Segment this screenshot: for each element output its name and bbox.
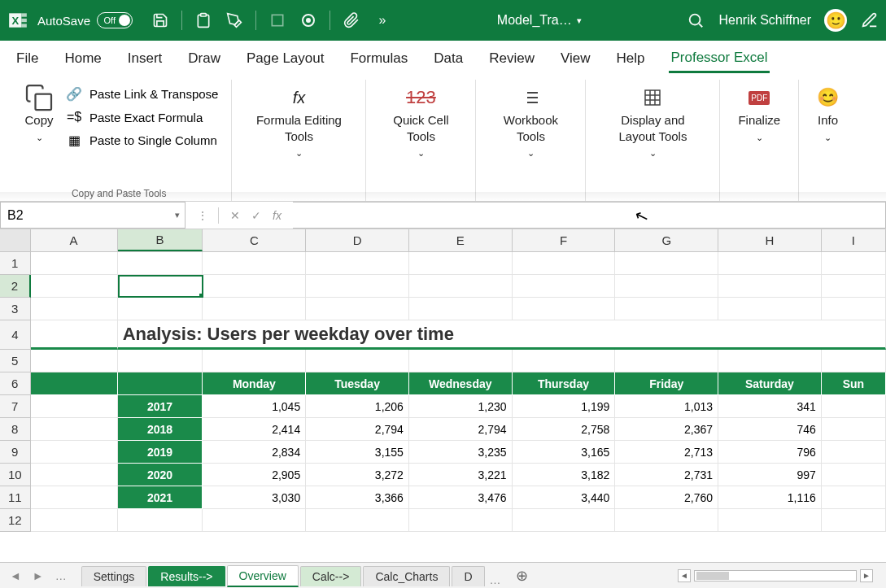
table-header[interactable]: Wednesday [409,372,513,395]
row-header[interactable]: 8 [0,418,31,441]
cell[interactable] [409,252,513,275]
avatar[interactable]: 🙂 [824,9,847,32]
data-cell[interactable]: 341 [718,395,822,418]
cell[interactable] [822,350,886,372]
cell[interactable] [31,320,118,350]
cell[interactable] [718,509,822,532]
cell[interactable] [31,509,118,532]
scroll-right-button[interactable]: ► [860,569,873,582]
tab-page-layout[interactable]: Page Layout [245,46,325,72]
column-header-E[interactable]: E [409,229,513,251]
data-cell[interactable]: 2,758 [513,418,616,441]
row-header[interactable]: 10 [0,464,31,486]
cell[interactable] [409,275,513,298]
data-cell[interactable] [822,464,886,486]
cancel-icon[interactable]: ✕ [230,209,240,222]
cell[interactable] [31,372,118,395]
data-cell[interactable]: 2,367 [615,418,718,441]
data-cell[interactable]: 3,030 [203,486,306,509]
cell[interactable] [306,350,409,372]
record-icon[interactable] [299,11,318,30]
tab-professor-excel[interactable]: Professor Excel [669,45,769,73]
data-cell[interactable]: 1,045 [203,395,306,418]
autosave-toggle[interactable]: AutoSave Off [37,12,133,28]
data-cell[interactable]: 1,199 [513,395,616,418]
sheet-overflow[interactable]: … [487,573,504,586]
cell[interactable] [513,350,616,372]
data-cell[interactable]: 1,116 [718,486,822,509]
column-header-D[interactable]: D [306,229,409,251]
tab-insert[interactable]: Insert [126,46,164,72]
column-header-H[interactable]: H [718,229,822,251]
data-cell[interactable]: 1,206 [306,395,409,418]
tab-help[interactable]: Help [615,46,647,72]
cell[interactable] [615,509,718,532]
sheet-tab-calc[interactable]: Calc--> [300,566,362,586]
row-header[interactable]: 7 [0,395,31,418]
data-cell[interactable] [822,395,886,418]
year-cell[interactable]: 2021 [118,486,203,509]
cell[interactable] [615,298,718,320]
table-header[interactable] [118,372,203,395]
cell[interactable] [31,298,118,320]
cell[interactable] [409,509,513,532]
name-box[interactable]: B2 ▾ [0,202,185,229]
row-header[interactable]: 4 [0,320,31,350]
tab-review[interactable]: Review [487,46,536,72]
table-header[interactable]: Friday [615,372,718,395]
analysis-title[interactable]: Analysis: Users per weekday over time [118,320,886,350]
row-header[interactable]: 3 [0,298,31,320]
cell[interactable] [718,252,822,275]
data-cell[interactable]: 3,366 [306,486,409,509]
cell[interactable] [822,509,886,532]
cell[interactable] [822,275,886,298]
cell[interactable] [306,275,409,298]
spreadsheet-grid[interactable]: ABCDEFGHI 1234Analysis: Users per weekda… [0,229,886,562]
cell[interactable] [31,464,118,486]
table-header[interactable]: Tuesday [306,372,409,395]
paste-icon[interactable] [194,11,213,30]
cell[interactable] [31,395,118,418]
column-header-F[interactable]: F [513,229,616,251]
cell[interactable] [513,298,616,320]
data-cell[interactable]: 2,713 [615,441,718,464]
data-cell[interactable]: 3,476 [409,486,513,509]
data-cell[interactable]: 3,165 [513,441,616,464]
overflow-icon[interactable]: » [373,11,392,30]
column-header-C[interactable]: C [203,229,306,251]
data-cell[interactable]: 3,221 [409,464,513,486]
cell[interactable] [306,252,409,275]
data-cell[interactable]: 2,731 [615,464,718,486]
brush-icon[interactable] [225,11,244,30]
cell[interactable] [203,350,306,372]
cell[interactable] [118,509,203,532]
cell[interactable] [718,350,822,372]
selected-cell[interactable] [118,275,203,298]
cell[interactable] [118,252,203,275]
cell[interactable] [31,252,118,275]
column-header-B[interactable]: B [118,229,203,251]
select-all-corner[interactable] [0,229,31,251]
cell[interactable] [31,418,118,441]
column-header-I[interactable]: I [822,229,886,251]
chevron-down-icon[interactable]: ▾ [577,15,582,26]
tab-view[interactable]: View [559,46,592,72]
search-icon[interactable] [686,11,705,30]
tab-file[interactable]: File [15,46,40,72]
workbook-tools-button[interactable]: Workbook Tools⌄ [489,83,572,162]
display-layout-tools-button[interactable]: Display and Layout Tools⌄ [599,83,706,162]
cell[interactable] [118,298,203,320]
data-cell[interactable]: 2,905 [203,464,306,486]
cell[interactable] [118,350,203,372]
tab-formulas[interactable]: Formulas [348,46,409,72]
sheet-nav-next[interactable]: ► [29,569,47,582]
row-header[interactable]: 12 [0,509,31,532]
cell[interactable] [203,298,306,320]
cell[interactable] [615,350,718,372]
horizontal-scrollbar[interactable]: ◄ ► [533,569,879,582]
formula-editing-tools-button[interactable]: fxFormula Editing Tools⌄ [245,83,352,162]
table-header[interactable]: Sun [822,372,886,395]
cell[interactable] [31,275,118,298]
pen-icon[interactable] [860,11,879,30]
column-header-G[interactable]: G [615,229,718,251]
